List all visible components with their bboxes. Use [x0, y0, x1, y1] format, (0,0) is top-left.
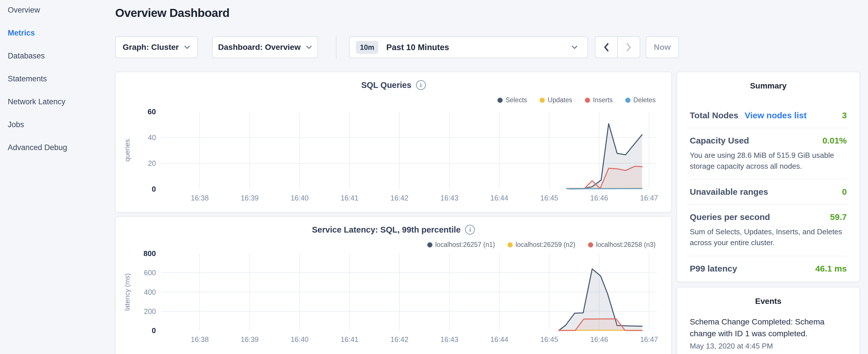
svg-text:16:41: 16:41 [340, 194, 359, 202]
svg-text:400: 400 [144, 288, 156, 296]
events-panel: Events Schema Change Completed: Schema c… [677, 287, 860, 354]
sql-queries-chart-card: SQL Queries i SelectsUpdatesInsertsDelet… [115, 72, 672, 213]
graph-dropdown[interactable]: Graph: Cluster [115, 36, 198, 58]
chevron-down-icon [184, 45, 190, 49]
svg-text:16:42: 16:42 [391, 194, 409, 202]
next-time-button[interactable] [617, 37, 640, 58]
summary-row-total-nodes: Total Nodes View nodes list 3 [690, 103, 847, 128]
svg-text:16:42: 16:42 [391, 335, 409, 344]
chevron-right-icon [626, 43, 631, 52]
chevron-down-icon [306, 45, 312, 49]
total-nodes-label: Total Nodes [690, 110, 738, 120]
svg-text:latency (ms): latency (ms) [123, 273, 131, 311]
qps-label: Queries per second [690, 212, 770, 222]
svg-text:20: 20 [148, 159, 156, 167]
svg-text:16:45: 16:45 [540, 194, 558, 202]
svg-text:60: 60 [148, 107, 156, 116]
sidebar-item-network-latency[interactable]: Network Latency [8, 97, 65, 106]
summary-panel: Summary Total Nodes View nodes list 3 Ca… [677, 72, 860, 282]
capacity-used-value: 0.01% [823, 136, 847, 146]
svg-text:queries: queries [123, 139, 131, 162]
sql-queries-chart[interactable]: 16:3816:3916:4016:4116:4216:4316:4416:45… [116, 72, 672, 213]
svg-text:16:41: 16:41 [340, 335, 359, 344]
svg-text:16:39: 16:39 [241, 194, 259, 202]
svg-text:16:39: 16:39 [241, 335, 259, 344]
summary-row-qps: Queries per second 59.7 Sum of Selects, … [690, 204, 847, 255]
qps-description: Sum of Selects, Updates, Inserts, and De… [690, 227, 847, 248]
dashboard-dropdown-label: Dashboard: Overview [218, 43, 301, 52]
summary-row-p99: P99 latency 46.1 ms [690, 256, 847, 281]
svg-text:16:43: 16:43 [440, 335, 459, 344]
summary-row-capacity: Capacity Used 0.01% You are using 28.6 M… [690, 128, 847, 179]
svg-text:0: 0 [152, 326, 156, 335]
svg-text:16:46: 16:46 [590, 194, 608, 202]
svg-text:800: 800 [144, 249, 156, 258]
svg-text:40: 40 [148, 133, 156, 141]
svg-text:16:40: 16:40 [290, 335, 309, 344]
event-text: Schema Change Completed: Schema change w… [690, 316, 847, 340]
prev-time-button[interactable] [595, 37, 617, 58]
svg-text:600: 600 [144, 269, 156, 277]
now-button-label: Now [654, 43, 671, 52]
time-range-select[interactable]: 10m Past 10 Minutes [349, 36, 588, 58]
capacity-used-description: You are using 28.6 MiB of 515.9 GiB usab… [690, 150, 847, 171]
p99-latency-value: 46.1 ms [815, 264, 847, 273]
unavailable-ranges-label: Unavailable ranges [690, 187, 768, 197]
total-nodes-value: 3 [842, 110, 847, 120]
svg-text:16:43: 16:43 [440, 194, 459, 202]
sidebar-item-advanced-debug[interactable]: Advanced Debug [8, 143, 67, 152]
toolbar-divider [336, 36, 336, 58]
svg-text:200: 200 [144, 307, 156, 315]
sidebar-item-statements[interactable]: Statements [8, 74, 47, 83]
event-timestamp: May 13, 2020 at 4:45 PM [690, 342, 847, 351]
page-title: Overview Dashboard [115, 6, 229, 20]
p99-latency-label: P99 latency [690, 264, 737, 273]
svg-text:16:47: 16:47 [640, 335, 658, 344]
svg-text:16:44: 16:44 [490, 194, 508, 202]
svg-text:16:47: 16:47 [640, 194, 658, 202]
unavailable-ranges-value: 0 [842, 187, 847, 197]
summary-title: Summary [677, 81, 859, 91]
svg-text:16:40: 16:40 [290, 194, 309, 202]
now-button[interactable]: Now [646, 36, 679, 58]
svg-text:16:45: 16:45 [540, 335, 558, 344]
sidebar-item-overview[interactable]: Overview [8, 6, 40, 14]
events-title: Events [677, 297, 859, 306]
chevron-down-icon [571, 45, 578, 49]
time-step-buttons [595, 36, 640, 58]
capacity-used-label: Capacity Used [690, 136, 749, 146]
service-latency-chart-card: Service Latency: SQL, 99th percentile i … [115, 216, 672, 354]
svg-text:16:38: 16:38 [191, 194, 209, 202]
svg-text:16:46: 16:46 [590, 335, 608, 344]
sidebar-item-databases[interactable]: Databases [8, 52, 45, 60]
view-nodes-list-link[interactable]: View nodes list [744, 110, 806, 120]
svg-text:16:44: 16:44 [490, 335, 508, 344]
qps-value: 59.7 [830, 212, 847, 222]
service-latency-chart[interactable]: 16:3816:3916:4016:4116:4216:4316:4416:45… [116, 217, 672, 354]
graph-dropdown-label: Graph: Cluster [123, 43, 179, 52]
chevron-left-icon [604, 43, 609, 52]
dashboard-dropdown[interactable]: Dashboard: Overview [212, 36, 318, 58]
event-list-item[interactable]: Schema Change Completed: Schema change w… [690, 316, 847, 351]
sidebar-item-jobs[interactable]: Jobs [8, 120, 24, 129]
svg-text:0: 0 [152, 185, 156, 193]
svg-text:16:38: 16:38 [191, 335, 209, 344]
summary-row-unavailable-ranges: Unavailable ranges 0 [690, 179, 847, 204]
time-range-badge: 10m [356, 41, 378, 54]
sidebar-item-metrics[interactable]: Metrics [8, 29, 35, 37]
time-range-label: Past 10 Minutes [386, 43, 449, 52]
